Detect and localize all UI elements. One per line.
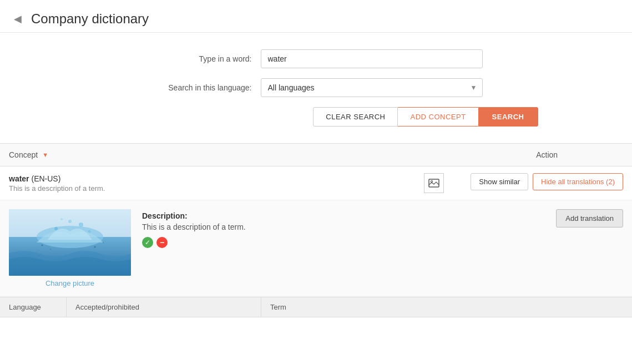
description-label: Description: bbox=[142, 211, 453, 220]
svg-point-10 bbox=[42, 245, 43, 246]
water-image bbox=[9, 209, 131, 276]
language-select[interactable]: All languages English (EN-US) French (FR… bbox=[261, 78, 483, 97]
search-section: Type in a word: Search in this language:… bbox=[0, 33, 632, 138]
table-header: Concept ▼ Action bbox=[0, 144, 632, 166]
table-row: water (EN-US) This is a description of a… bbox=[0, 166, 632, 200]
translations-header: Language Accepted/prohibited Term bbox=[0, 297, 632, 317]
table-body: water (EN-US) This is a description of a… bbox=[0, 166, 632, 317]
svg-point-9 bbox=[88, 230, 91, 233]
term-column-header: Term bbox=[261, 297, 632, 317]
page-title: Company dictionary bbox=[31, 11, 149, 27]
image-section: Change picture bbox=[9, 209, 131, 287]
change-picture-link[interactable]: Change picture bbox=[9, 279, 131, 287]
svg-point-12 bbox=[94, 246, 96, 248]
search-button[interactable]: SEARCH bbox=[478, 107, 538, 127]
detail-description: Description: This is a description of a … bbox=[142, 209, 453, 248]
concept-info: water (EN-US) This is a description of a… bbox=[9, 174, 105, 193]
results-section: Concept ▼ Action water bbox=[0, 143, 632, 317]
svg-point-6 bbox=[79, 223, 83, 227]
concept-description: This is a description of a term. bbox=[9, 184, 105, 193]
word-input[interactable] bbox=[261, 49, 483, 68]
svg-point-1 bbox=[431, 181, 433, 183]
hide-translations-button[interactable]: Hide all translations (2) bbox=[533, 173, 623, 190]
word-label: Type in a word: bbox=[150, 54, 261, 63]
add-concept-button[interactable]: ADD CONCEPT bbox=[398, 107, 478, 127]
status-icons: ✓ − bbox=[142, 237, 453, 248]
page-header: ◀ Company dictionary bbox=[0, 0, 632, 33]
svg-point-7 bbox=[68, 220, 72, 223]
accepted-prohibited-column-header: Accepted/prohibited bbox=[67, 297, 261, 317]
detail-row: Change picture Description: This is a de… bbox=[0, 200, 632, 297]
concept-title: water (EN-US) bbox=[9, 174, 105, 183]
image-icon-button[interactable] bbox=[424, 173, 444, 193]
page-wrapper: ◀ Company dictionary Type in a word: Sea… bbox=[0, 0, 632, 364]
check-icon[interactable]: ✓ bbox=[142, 237, 153, 248]
back-icon[interactable]: ◀ bbox=[11, 12, 24, 26]
minus-icon[interactable]: − bbox=[156, 237, 168, 248]
language-label: Search in this language: bbox=[150, 83, 261, 92]
svg-point-5 bbox=[54, 227, 58, 230]
detail-inner: Change picture Description: This is a de… bbox=[0, 200, 462, 296]
concept-lang: (EN-US) bbox=[31, 174, 60, 183]
translations-header-cell: Language Accepted/prohibited Term bbox=[0, 297, 632, 317]
filter-icon[interactable]: ▼ bbox=[42, 151, 48, 158]
detail-action-cell: Add translation bbox=[462, 200, 632, 297]
clear-search-button[interactable]: CLEAR SEARCH bbox=[313, 107, 398, 127]
add-translation-button[interactable]: Add translation bbox=[556, 209, 623, 228]
translations-header-row: Language Accepted/prohibited Term bbox=[0, 297, 632, 317]
results-table: Concept ▼ Action water bbox=[0, 144, 632, 317]
language-select-row: Search in this language: All languages E… bbox=[150, 78, 483, 97]
concept-column-header: Concept ▼ bbox=[0, 144, 462, 166]
description-text: This is a description of a term. bbox=[142, 223, 453, 231]
language-select-wrapper: All languages English (EN-US) French (FR… bbox=[261, 78, 483, 97]
action-button-row: CLEAR SEARCH ADD CONCEPT SEARCH bbox=[205, 107, 538, 127]
action-buttons: Show similar Hide all translations (2) bbox=[471, 173, 623, 190]
action-column-header: Action bbox=[462, 144, 632, 166]
action-cell: Show similar Hide all translations (2) bbox=[462, 166, 632, 200]
language-column-header: Language bbox=[0, 297, 67, 317]
svg-point-11 bbox=[50, 249, 51, 250]
concept-header-label: Concept bbox=[9, 150, 38, 159]
svg-point-13 bbox=[103, 242, 104, 243]
detail-cell: Change picture Description: This is a de… bbox=[0, 200, 462, 297]
show-similar-button[interactable]: Show similar bbox=[471, 173, 528, 190]
concept-name: water bbox=[9, 174, 29, 183]
svg-point-8 bbox=[60, 218, 63, 220]
concept-cell: water (EN-US) This is a description of a… bbox=[0, 166, 462, 200]
word-input-row: Type in a word: bbox=[150, 49, 483, 68]
